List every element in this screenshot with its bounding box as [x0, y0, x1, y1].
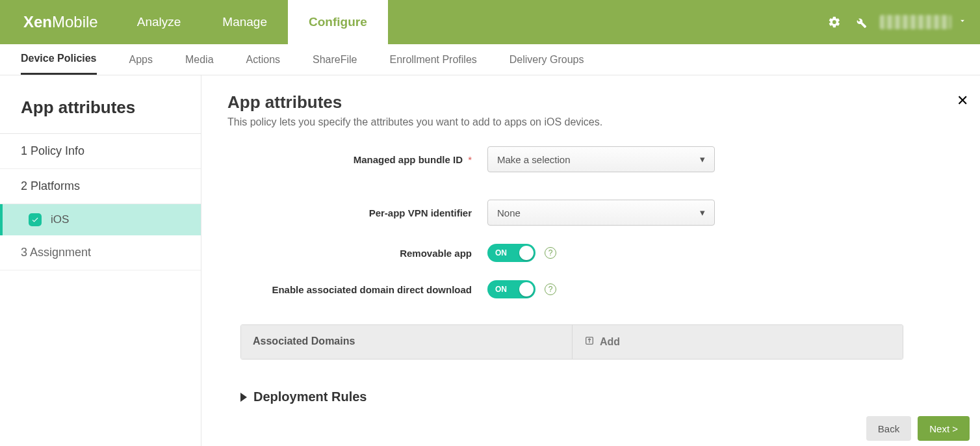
button-label: Back — [878, 423, 899, 434]
subnav-label: Device Policies — [21, 53, 97, 64]
top-bar: XenMobile Analyze Manage Configure — [0, 0, 980, 44]
top-nav: Analyze Manage Configure — [116, 0, 388, 44]
step-label: 1 Policy Info — [21, 144, 84, 157]
chevron-down-icon: ▾ — [700, 207, 705, 218]
toggle-text: ON — [495, 248, 507, 257]
topnav-label: Configure — [309, 15, 367, 29]
subnav-label: Media — [185, 54, 214, 66]
bundle-id-label: Managed app bundle ID * — [227, 154, 487, 165]
subnav-apps[interactable]: Apps — [129, 44, 153, 75]
gear-icon[interactable] — [828, 16, 841, 29]
wizard-sidebar: App attributes 1 Policy Info 2 Platforms… — [0, 75, 201, 446]
step-platforms-ios[interactable]: iOS — [0, 204, 201, 235]
subnav-label: ShareFile — [313, 54, 357, 66]
help-icon[interactable]: ? — [545, 247, 556, 259]
add-label: Add — [600, 336, 620, 348]
wrench-icon[interactable] — [854, 16, 867, 29]
topnav-label: Manage — [222, 15, 267, 29]
assoc-download-label: Enable associated domain direct download — [227, 284, 487, 295]
row-removable-app: Removable app ON ? — [227, 244, 954, 262]
label-text: Enable associated domain direct download — [272, 284, 472, 295]
brand-light: Mobile — [52, 13, 98, 31]
label-text: Removable app — [400, 248, 472, 259]
page-description: This policy lets you specify the attribu… — [227, 116, 954, 128]
step-platforms[interactable]: 2 Platforms — [0, 169, 201, 204]
select-value: None — [497, 207, 521, 218]
toggle-text: ON — [495, 285, 507, 294]
step-assignment[interactable]: 3 Assignment — [0, 235, 201, 270]
user-menu[interactable] — [880, 15, 967, 29]
select-value: Make a selection — [497, 154, 571, 165]
add-icon — [584, 335, 595, 348]
subnav-label: Actions — [246, 54, 280, 66]
subnav-actions[interactable]: Actions — [246, 44, 280, 75]
checkbox-checked-icon[interactable] — [29, 213, 42, 226]
add-associated-domain-button[interactable]: Add — [573, 325, 903, 359]
next-button[interactable]: Next > — [918, 416, 970, 441]
vpn-id-label: Per-app VPN identifier — [227, 207, 487, 218]
sub-nav: Device Policies Apps Media Actions Share… — [0, 44, 980, 75]
required-mark: * — [468, 154, 472, 165]
step-policy-info[interactable]: 1 Policy Info — [0, 134, 201, 169]
table-header-left: Associated Domains — [241, 325, 573, 359]
topnav-configure[interactable]: Configure — [288, 0, 388, 44]
back-button[interactable]: Back — [866, 416, 911, 441]
button-label: Next > — [929, 423, 958, 434]
close-icon[interactable]: ✕ — [957, 92, 968, 109]
subnav-label: Apps — [129, 54, 153, 66]
sidebar-title: App attributes — [0, 91, 201, 134]
step-label: 2 Platforms — [21, 179, 80, 192]
deployment-rules-toggle[interactable]: Deployment Rules — [240, 389, 954, 404]
topnav-analyze[interactable]: Analyze — [116, 0, 202, 44]
brand-logo: XenMobile — [0, 0, 116, 44]
associated-domains-table: Associated Domains Add — [240, 324, 903, 360]
chevron-down-icon: ▾ — [700, 153, 705, 165]
brand-bold: Xen — [23, 13, 52, 31]
toggle-knob — [519, 246, 534, 260]
workspace: App attributes 1 Policy Info 2 Platforms… — [0, 75, 980, 446]
row-vpn-id: Per-app VPN identifier None ▾ — [227, 200, 954, 226]
subnav-label: Enrollment Profiles — [390, 54, 477, 66]
step-sub-label: iOS — [51, 213, 69, 226]
wizard-footer-buttons: Back Next > — [866, 416, 970, 441]
row-assoc-download: Enable associated domain direct download… — [227, 280, 954, 298]
bundle-id-select[interactable]: Make a selection ▾ — [487, 146, 715, 172]
username-redacted — [880, 15, 951, 29]
topnav-manage[interactable]: Manage — [201, 0, 288, 44]
subnav-media[interactable]: Media — [185, 44, 214, 75]
removable-toggle[interactable]: ON — [487, 244, 535, 262]
subnav-enrollment-profiles[interactable]: Enrollment Profiles — [390, 44, 477, 75]
subnav-label: Delivery Groups — [509, 54, 584, 66]
topbar-right — [828, 0, 980, 44]
removable-label: Removable app — [227, 248, 487, 259]
assoc-download-toggle[interactable]: ON — [487, 280, 535, 298]
subnav-delivery-groups[interactable]: Delivery Groups — [509, 44, 584, 75]
help-icon[interactable]: ? — [545, 283, 556, 295]
triangle-right-icon — [240, 393, 247, 402]
label-text: Managed app bundle ID — [354, 154, 463, 165]
chevron-down-icon — [958, 16, 967, 28]
label-text: Per-app VPN identifier — [369, 207, 472, 218]
subnav-device-policies[interactable]: Device Policies — [21, 44, 97, 75]
step-label: 3 Assignment — [21, 246, 91, 259]
content-pane: ✕ App attributes This policy lets you sp… — [201, 75, 980, 446]
row-bundle-id: Managed app bundle ID * Make a selection… — [227, 146, 954, 172]
vpn-id-select[interactable]: None ▾ — [487, 200, 715, 226]
subnav-sharefile[interactable]: ShareFile — [313, 44, 357, 75]
topnav-label: Analyze — [137, 15, 181, 29]
deployment-rules-label: Deployment Rules — [253, 389, 367, 404]
toggle-knob — [519, 282, 534, 296]
page-title: App attributes — [227, 92, 954, 112]
